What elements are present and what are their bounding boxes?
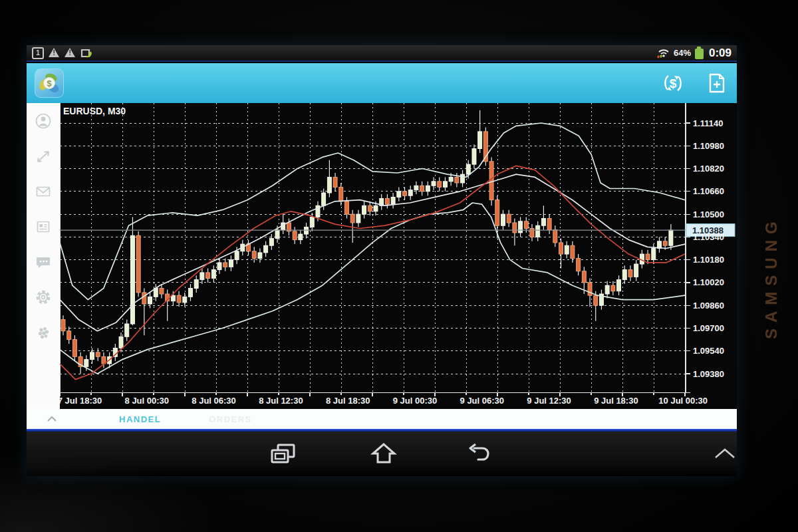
warning-icon[interactable] (65, 48, 76, 58)
panel-collapse-button[interactable] (47, 416, 57, 422)
warning-icon[interactable] (49, 48, 60, 58)
svg-text:$: $ (670, 76, 677, 90)
app-toolbar: $ $ (27, 63, 737, 103)
svg-text:1.10820: 1.10820 (693, 164, 724, 174)
svg-text:1.09860: 1.09860 (693, 301, 724, 311)
svg-text:1.10340: 1.10340 (693, 232, 724, 242)
sidebar-item-mailbox[interactable] (34, 183, 53, 200)
svg-text:9 Jul 06:30: 9 Jul 06:30 (460, 396, 505, 406)
trade-currency-icon: $ (662, 72, 684, 94)
trade-currency-button[interactable]: $ (661, 72, 685, 94)
recents-icon (270, 442, 295, 465)
app-body: 1.103881.111401.109801.108201.106601.105… (27, 103, 737, 429)
metatrader-logo[interactable]: $ (35, 68, 64, 98)
screen-rotate-icon (80, 48, 93, 59)
wifi-icon (656, 47, 670, 59)
account-icon (35, 112, 52, 130)
svg-text:8 Jul 12:30: 8 Jul 12:30 (259, 396, 303, 406)
status-bar: 1 64% 0:09 (27, 45, 737, 62)
svg-text:1.09380: 1.09380 (693, 369, 724, 379)
new-chart-icon (707, 72, 727, 94)
toolbar-expand-button[interactable] (710, 440, 740, 467)
notification-count-icon[interactable]: 1 (32, 47, 44, 59)
sidebar-item-settings[interactable] (34, 289, 53, 306)
battery-percent: 64% (674, 48, 691, 58)
svg-text:1.10500: 1.10500 (693, 209, 724, 219)
svg-text:8 Jul 00:30: 8 Jul 00:30 (125, 396, 170, 406)
photo-stage: 1 64% 0:09 (0, 0, 798, 532)
price-chart[interactable]: 1.103881.111401.109801.108201.106601.105… (60, 103, 737, 409)
recents-button[interactable] (267, 440, 298, 467)
svg-text:10 Jul 00:30: 10 Jul 00:30 (658, 396, 708, 406)
chat-icon (35, 253, 52, 271)
sidebar-item-accounts[interactable] (34, 112, 53, 130)
price-chart-svg[interactable]: 1.103881.111401.109801.108201.106601.105… (60, 103, 737, 409)
tablet-screen: 1 64% 0:09 (27, 45, 737, 476)
battery-icon (695, 49, 704, 59)
back-icon (466, 443, 491, 464)
svg-text:8 Jul 18:30: 8 Jul 18:30 (326, 396, 370, 406)
metatrader-logo-icon: $ (37, 70, 62, 96)
settings-gear-icon (35, 289, 52, 306)
home-button[interactable] (368, 440, 399, 467)
svg-text:1.10980: 1.10980 (693, 141, 724, 151)
svg-text:1.10180: 1.10180 (693, 255, 724, 265)
status-icons-right: 64% 0:09 (656, 47, 732, 60)
svg-text:9 Jul 00:30: 9 Jul 00:30 (393, 396, 438, 406)
tab-handel[interactable]: HANDEL (119, 414, 161, 424)
bottom-tabs: HANDEL ORDERS (27, 409, 737, 429)
device-brand-label: SAMSUNG (762, 186, 781, 339)
sidebar-item-chat[interactable] (34, 253, 53, 271)
svg-text:1.10020: 1.10020 (693, 277, 724, 287)
sidebar-item-news[interactable] (34, 218, 53, 235)
svg-text:8 Jul 06:30: 8 Jul 06:30 (192, 396, 236, 406)
journal-icon (35, 324, 52, 341)
svg-text:9 Jul 12:30: 9 Jul 12:30 (527, 396, 571, 406)
svg-text:$: $ (47, 78, 52, 88)
trade-arrows-icon (35, 148, 52, 165)
home-icon (370, 442, 397, 465)
svg-text:1.09700: 1.09700 (693, 323, 724, 333)
android-nav-bar (27, 432, 737, 476)
chevron-up-icon (47, 416, 57, 422)
news-icon (35, 218, 52, 235)
svg-text:9 Jul 18:30: 9 Jul 18:30 (594, 396, 638, 406)
back-button[interactable] (464, 440, 494, 467)
caret-up-icon (713, 447, 737, 460)
svg-text:1.10660: 1.10660 (693, 186, 724, 196)
new-chart-button[interactable] (705, 72, 729, 94)
sidebar-item-trade[interactable] (34, 148, 53, 165)
svg-text:7 Jul 18:30: 7 Jul 18:30 (60, 396, 102, 406)
tab-orders[interactable]: ORDERS (209, 414, 252, 424)
clock: 0:09 (709, 47, 732, 60)
svg-text:1.11140: 1.11140 (693, 118, 724, 128)
mailbox-icon (35, 183, 52, 200)
sidebar-item-journal[interactable] (34, 324, 53, 341)
svg-text:1.09540: 1.09540 (693, 346, 724, 356)
status-icons-left: 1 (32, 47, 656, 59)
chart-symbol-label: EURUSD, M30 (63, 106, 126, 116)
sidebar (27, 103, 60, 409)
